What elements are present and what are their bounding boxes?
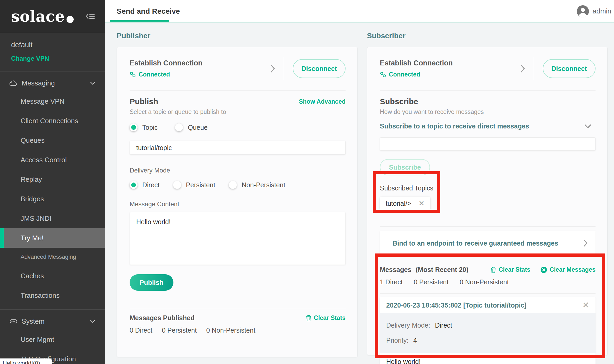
publish-topic-input[interactable] — [130, 141, 346, 155]
radio-persistent-label[interactable]: Persistent — [186, 181, 215, 189]
dismiss-message-icon[interactable]: ✕ — [583, 301, 589, 309]
sidebar-item-client-connections[interactable]: Client Connections — [0, 111, 105, 131]
meta-delivery-mode-row: Delivery Mode: Direct — [386, 318, 589, 333]
show-advanced-link[interactable]: Show Advanced — [299, 98, 346, 105]
subscribe-button[interactable]: Subscribe — [380, 159, 430, 175]
publisher-title: Publisher — [117, 32, 358, 40]
tab-label: Send and Receive — [117, 7, 180, 16]
logo-dot-icon — [67, 16, 74, 23]
connection-status-label: Connected — [389, 71, 420, 78]
publisher-clear-stats-link[interactable]: Clear Stats — [306, 314, 346, 322]
publisher-stats-row: 0 Direct 0 Persistent 0 Non-Persistent — [130, 327, 346, 334]
section-divider — [380, 90, 596, 91]
delivery-mode-value: Direct — [435, 322, 452, 329]
delivery-mode-label: Delivery Mode — [130, 167, 346, 174]
sidebar-nav: Messaging Message VPN Client Connections… — [0, 75, 105, 364]
chevron-right-icon[interactable] — [270, 64, 275, 73]
radio-queue[interactable] — [175, 123, 183, 131]
radio-direct-label[interactable]: Direct — [142, 181, 159, 189]
subscribe-mode-dropdown[interactable]: Subscribe to a topic to receive direct m… — [380, 122, 596, 130]
connection-info: Establish Connection Connected — [130, 59, 270, 78]
section-divider — [380, 226, 596, 227]
subscribe-title: Subscribe — [380, 97, 418, 106]
nav-section-system[interactable]: System — [0, 313, 105, 330]
trash-icon — [490, 266, 496, 273]
section-divider — [130, 308, 346, 308]
chevron-down-icon — [584, 124, 592, 129]
chevron-down-icon — [90, 319, 96, 323]
message-content-textarea[interactable]: Hello world! — [130, 212, 346, 265]
sidebar-item-replay[interactable]: Replay — [0, 170, 105, 189]
publisher-disconnect-button[interactable]: Disconnect — [293, 59, 346, 78]
priority-value: 4 — [413, 337, 417, 344]
sidebar-item-advanced-messaging[interactable]: Advanced Messaging — [0, 248, 105, 266]
cloud-icon — [10, 80, 17, 86]
radio-non-persistent-label[interactable]: Non-Persistent — [242, 181, 285, 189]
sidebar-item-try-me[interactable]: Try Me! — [0, 228, 105, 248]
stat-non-persistent: 0 Non-Persistent — [460, 278, 509, 286]
bind-endpoint-label: Bind to an endpoint to receive guarantee… — [393, 240, 558, 247]
radio-non-persistent[interactable] — [229, 181, 237, 189]
sidebar-item-jms-jndi[interactable]: JMS JNDI — [0, 209, 105, 228]
chevron-right-icon[interactable] — [520, 64, 525, 73]
user-avatar-icon — [576, 5, 589, 18]
remove-topic-icon[interactable]: ✕ — [419, 200, 425, 207]
user-menu[interactable]: admin — [570, 0, 614, 22]
message-body: Hello world! — [380, 353, 596, 364]
sidebar-item-user-mgmt[interactable]: User Mgmt — [0, 330, 105, 349]
vpn-block: default Change VPN — [0, 33, 105, 71]
meta-priority-row: Priority: 4 — [386, 333, 589, 348]
collapse-sidebar-icon[interactable] — [86, 13, 95, 20]
subscriber-disconnect-button[interactable]: Disconnect — [543, 59, 596, 78]
destination-radio-group: Topic Queue — [130, 123, 346, 131]
change-vpn-link[interactable]: Change VPN — [11, 55, 94, 62]
subscribed-topic-chip: tutorial/> ✕ — [380, 197, 430, 210]
connection-status-label: Connected — [139, 71, 170, 78]
delivery-mode-key: Delivery Mode: — [386, 322, 430, 329]
publish-button[interactable]: Publish — [130, 274, 173, 291]
circle-x-icon — [540, 266, 547, 273]
sidebar-item-queues[interactable]: Queues — [0, 131, 105, 150]
chevron-right-icon — [583, 240, 588, 247]
logo-text: solace — [11, 7, 65, 25]
establish-connection-title: Establish Connection — [130, 59, 270, 67]
connection-status: Connected — [130, 71, 270, 78]
subscriber-card: Establish Connection Connected — [367, 47, 608, 355]
topic-chip-text: tutorial/> — [386, 200, 411, 207]
tab-send-and-receive[interactable]: Send and Receive — [117, 0, 180, 22]
subscribe-section-head: Subscribe — [380, 97, 596, 106]
bind-endpoint-row[interactable]: Bind to an endpoint to receive guarantee… — [380, 231, 596, 256]
link-icon — [130, 71, 136, 78]
stat-direct: 1 Direct — [380, 278, 403, 286]
stat-persistent: 0 Persistent — [162, 327, 197, 334]
active-tab-underline — [110, 20, 169, 22]
subscriber-connection-row: Establish Connection Connected — [380, 57, 596, 80]
radio-queue-label[interactable]: Queue — [188, 124, 207, 131]
publish-title: Publish — [130, 97, 158, 106]
current-vpn-name: default — [11, 41, 94, 49]
sidebar: solace default Change VPN Messaging — [0, 0, 105, 364]
sidebar-item-transactions[interactable]: Transactions — [0, 286, 105, 305]
radio-persistent[interactable] — [173, 181, 181, 189]
messages-most-recent-label: (Most Recent 20) — [416, 266, 469, 274]
establish-connection-title: Establish Connection — [380, 59, 520, 67]
radio-topic-label[interactable]: Topic — [142, 124, 158, 131]
messages-published-title: Messages Published — [130, 314, 195, 322]
vertical-divider — [283, 57, 283, 80]
clear-messages-link[interactable]: Clear Messages — [540, 266, 596, 273]
trash-icon — [306, 315, 311, 322]
sidebar-item-message-vpn[interactable]: Message VPN — [0, 92, 105, 111]
sidebar-item-caches[interactable]: Caches — [0, 266, 105, 286]
nav-section-messaging[interactable]: Messaging — [0, 75, 105, 92]
message-timestamp-topic: 2020-06-23 18:45:35:802 [Topic tutorial/… — [386, 301, 527, 309]
radio-topic[interactable] — [130, 123, 138, 131]
subscriber-panel: Subscriber Establish Connection Connecte… — [367, 32, 608, 355]
message-meta: Delivery Mode: Direct Priority: 4 — [380, 313, 596, 353]
radio-direct[interactable] — [130, 181, 138, 189]
subscriber-clear-stats-link[interactable]: Clear Stats — [490, 266, 530, 273]
subscribe-topic-input[interactable] — [380, 137, 596, 151]
message-content-label: Message Content — [130, 200, 346, 208]
sidebar-item-access-control[interactable]: Access Control — [0, 150, 105, 170]
sidebar-item-bridges[interactable]: Bridges — [0, 189, 105, 209]
publish-section-head: Publish Show Advanced — [130, 97, 346, 106]
